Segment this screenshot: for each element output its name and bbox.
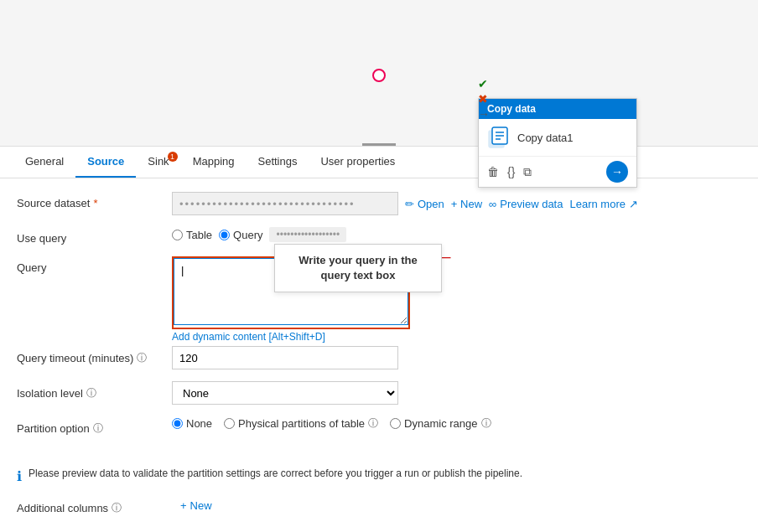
link-icon: ∞ xyxy=(489,198,496,210)
partition-option-info-icon: ⓘ xyxy=(93,421,103,436)
isolation-level-row: Isolation level ⓘ None ReadCommitted Rea… xyxy=(17,381,741,405)
radio-table-label: Table xyxy=(186,229,212,241)
partition-none[interactable]: None xyxy=(172,417,212,430)
partition-none-input[interactable] xyxy=(172,418,183,429)
isolation-level-controls: None ReadCommitted ReadUncommitted Repea… xyxy=(172,381,741,405)
source-dataset-row: Source dataset * ✏ Open + New ∞ Preview … xyxy=(17,192,741,215)
source-dataset-input[interactable] xyxy=(172,192,398,215)
partition-dynamic-input[interactable] xyxy=(390,418,401,429)
node-body: Copy data1 xyxy=(479,119,636,156)
isolation-level-select[interactable]: None ReadCommitted ReadUncommitted Repea… xyxy=(172,381,398,405)
partition-dynamic[interactable]: Dynamic range ⓘ xyxy=(390,416,491,431)
open-button[interactable]: ✏ Open xyxy=(405,198,444,210)
learn-more-button[interactable]: Learn more ↗ xyxy=(569,198,637,210)
tab-sink[interactable]: Sink 1 xyxy=(136,147,180,178)
tab-user-properties[interactable]: User properties xyxy=(309,147,407,178)
additional-columns-info-icon: ⓘ xyxy=(112,501,122,515)
canvas-divider xyxy=(362,143,396,146)
additional-columns-label: Additional columns ⓘ xyxy=(17,496,164,515)
pipeline-canvas: Copy data Copy data1 🗑 {} ⧉ xyxy=(0,0,758,147)
source-dataset-label: Source dataset * xyxy=(17,192,164,209)
partition-physical-input[interactable] xyxy=(224,418,235,429)
query-timeout-controls: 120 xyxy=(172,346,741,369)
node-side-icons: ✔ ✖ → xyxy=(478,77,490,121)
tabs-bar: General Source Sink 1 Mapping Settings U… xyxy=(0,147,758,178)
radio-table[interactable]: Table xyxy=(172,229,212,241)
additional-columns-row: Additional columns ⓘ + New xyxy=(17,496,741,515)
partition-physical[interactable]: Physical partitions of table ⓘ xyxy=(224,416,378,431)
code-icon[interactable]: {} xyxy=(507,165,515,178)
use-query-label: Use query xyxy=(17,227,164,245)
query-value-display: •••••••••••••••••• xyxy=(269,227,346,242)
radio-query-input[interactable] xyxy=(219,230,230,240)
copy-data-node[interactable]: Copy data Copy data1 🗑 {} ⧉ xyxy=(478,98,637,188)
partition-physical-label: Physical partitions of table xyxy=(238,417,365,430)
radio-query[interactable]: Query xyxy=(219,229,262,241)
query-timeout-info-icon: ⓘ xyxy=(137,351,147,365)
success-icon: ✔ xyxy=(478,77,490,90)
required-star: * xyxy=(93,197,97,209)
node-connector-top xyxy=(372,69,386,82)
use-query-controls: Table Query •••••••••••••••••• xyxy=(172,227,741,242)
query-row: Query | ✏ Add dynamic content [Alt+Shift… xyxy=(17,256,741,343)
error-icon: ✖ xyxy=(478,92,490,106)
add-column-button[interactable]: + New xyxy=(180,499,212,512)
new-dataset-button[interactable]: + New xyxy=(451,198,482,210)
clone-icon[interactable]: ⧉ xyxy=(523,165,532,179)
plus-icon: + xyxy=(180,499,187,512)
query-label: Query xyxy=(17,256,164,274)
info-bar: ℹ Please preview data to validate the pa… xyxy=(0,461,758,491)
query-timeout-input[interactable]: 120 xyxy=(172,346,398,369)
partition-physical-info-icon: ⓘ xyxy=(368,416,378,431)
radio-table-input[interactable] xyxy=(172,230,183,240)
preview-data-button[interactable]: ∞ Preview data xyxy=(489,198,563,210)
delete-icon[interactable]: 🗑 xyxy=(487,165,499,178)
query-timeout-label: Query timeout (minutes) ⓘ xyxy=(17,346,164,365)
copy-data-icon xyxy=(487,126,511,149)
next-arrow[interactable]: → xyxy=(606,161,628,183)
new-label: New xyxy=(190,499,212,512)
callout-box: Write your query in the query text box xyxy=(274,244,442,292)
arrow-icon: → xyxy=(611,165,623,178)
partition-option-label: Partition option ⓘ xyxy=(17,416,164,436)
tab-mapping[interactable]: Mapping xyxy=(181,147,247,178)
query-timeout-row: Query timeout (minutes) ⓘ 120 xyxy=(17,346,741,369)
dynamic-content-link[interactable]: Add dynamic content [Alt+Shift+D] xyxy=(172,331,410,343)
form-area: Source dataset * ✏ Open + New ∞ Preview … xyxy=(0,178,758,461)
source-dataset-controls: ✏ Open + New ∞ Preview data Learn more ↗ xyxy=(172,192,741,215)
partition-dynamic-label: Dynamic range xyxy=(404,417,477,430)
sink-badge: 1 xyxy=(168,152,178,162)
partition-none-label: None xyxy=(186,417,212,430)
pencil-icon: ✏ xyxy=(405,198,414,210)
query-input-wrapper: | ✏ Add dynamic content [Alt+Shift+D] ← … xyxy=(172,256,410,343)
info-bar-text: Please preview data to validate the part… xyxy=(29,467,522,479)
tab-general[interactable]: General xyxy=(13,147,75,178)
tab-source[interactable]: Source xyxy=(75,147,136,178)
node-header: Copy data xyxy=(479,99,636,119)
isolation-level-info-icon: ⓘ xyxy=(86,386,96,400)
partition-options: None Physical partitions of table ⓘ Dyna… xyxy=(172,416,491,431)
callout-container: ← Write your query in the query text box xyxy=(432,244,459,271)
tab-settings[interactable]: Settings xyxy=(247,147,309,178)
partition-dynamic-info-icon: ⓘ xyxy=(481,416,491,431)
info-bar-icon: ℹ xyxy=(17,468,22,484)
use-query-row: Use query Table Query •••••••••••••••••• xyxy=(17,227,741,245)
radio-query-label: Query xyxy=(233,229,262,241)
partition-option-row: Partition option ⓘ None Physical partiti… xyxy=(17,416,741,436)
completion-icon: → xyxy=(478,107,490,121)
isolation-level-label: Isolation level ⓘ xyxy=(17,381,164,400)
node-actions: 🗑 {} ⧉ → xyxy=(479,156,636,187)
node-title: Copy data1 xyxy=(517,132,628,144)
